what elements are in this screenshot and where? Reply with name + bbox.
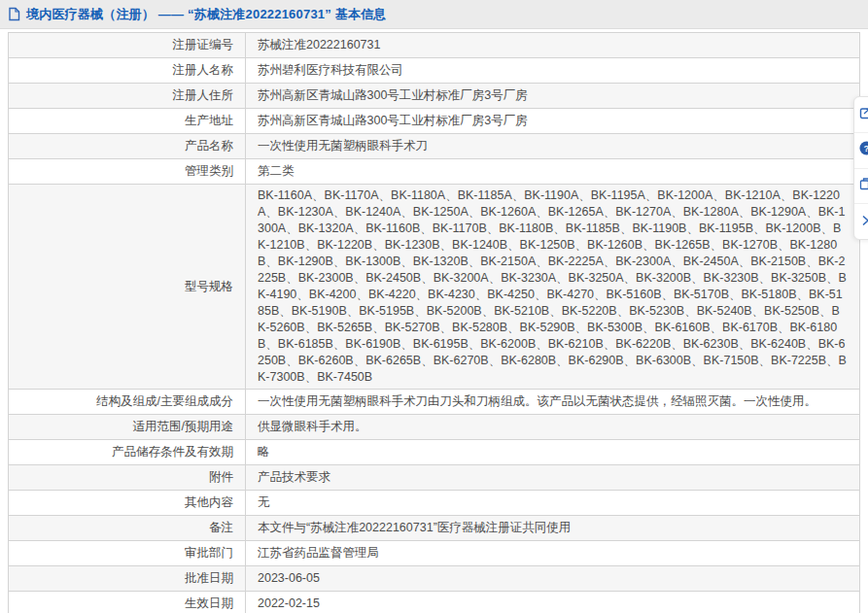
copy-button[interactable] (854, 169, 868, 205)
row-value: BK-1160A、BK-1170A、BK-1180A、BK-1185A、BK-1… (246, 185, 860, 390)
row-value: 2022-02-15 (246, 592, 860, 613)
page: 境内医疗器械（注册） —— “苏械注准20222160731” 基本信息 注册证… (0, 0, 868, 613)
row-value: 江苏省药品监督管理局 (246, 541, 860, 566)
row-value: 苏州高新区青城山路300号工业村标准厂房3号厂房 (246, 109, 860, 134)
row-label: 备注 (9, 516, 246, 541)
table-row: 结构及组成/主要组成成分 一次性使用无菌塑柄眼科手术刀由刀头和刀柄组成。该产品以… (9, 390, 860, 415)
help-circle-icon: ? (859, 141, 868, 159)
table-row: 适用范围/预期用途 供显微眼科手术用。 (9, 415, 860, 440)
table-row: 注册人名称 苏州碧利医疗科技有限公司 (9, 58, 860, 84)
table-row: 注册证编号 苏械注准20222160731 (9, 33, 860, 58)
row-value: 产品技术要求 (246, 465, 860, 491)
floating-side-panel: ? (853, 96, 868, 240)
table-row: 审批部门 江苏省药品监督管理局 (9, 541, 860, 566)
row-label: 管理类别 (9, 159, 246, 185)
help-button[interactable]: ? (854, 133, 868, 169)
row-label: 其他内容 (9, 491, 246, 516)
panel-collapse-button[interactable] (854, 204, 868, 239)
table-row: 其他内容 无 (9, 491, 860, 516)
row-value: 2023-06-05 (246, 566, 860, 592)
table-row: 附件 产品技术要求 (9, 465, 860, 491)
row-label: 产品名称 (9, 134, 246, 159)
table-row: 产品名称 一次性使用无菌塑柄眼科手术刀 (9, 134, 860, 159)
table-row: 备注 本文件与“苏械注准20222160731”医疗器械注册证共同使用 (9, 516, 860, 541)
row-value: 第二类 (246, 159, 860, 185)
row-label: 结构及组成/主要组成成分 (9, 390, 246, 415)
table-row: 生效日期 2022-02-15 (9, 592, 860, 613)
svg-text:?: ? (864, 143, 868, 153)
collapse-chevron-icon (859, 213, 868, 230)
table-row: 管理类别 第二类 (9, 159, 860, 185)
row-label: 生效日期 (9, 592, 246, 613)
row-value: 无 (246, 491, 860, 516)
share-window-button[interactable] (854, 97, 868, 133)
row-label: 适用范围/预期用途 (9, 415, 246, 440)
row-value: 供显微眼科手术用。 (246, 415, 860, 440)
row-label: 批准日期 (9, 566, 246, 592)
row-value: 略 (246, 440, 860, 465)
table-row: 注册人住所 苏州高新区青城山路300号工业村标准厂房3号厂房 (9, 84, 860, 109)
share-window-icon (859, 106, 868, 123)
row-label: 生产地址 (9, 109, 246, 134)
row-value: 苏州高新区青城山路300号工业村标准厂房3号厂房 (246, 84, 860, 109)
row-label: 审批部门 (9, 541, 246, 566)
row-label: 产品储存条件及有效期 (9, 440, 246, 465)
row-label: 型号规格 (9, 185, 246, 390)
row-value: 苏州碧利医疗科技有限公司 (246, 58, 860, 84)
row-value: 苏械注准20222160731 (246, 33, 860, 58)
table-row: 批准日期 2023-06-05 (9, 566, 860, 592)
document-icon (8, 7, 20, 21)
registration-info-table: 注册证编号 苏械注准20222160731 注册人名称 苏州碧利医疗科技有限公司… (8, 32, 860, 613)
page-title: 境内医疗器械（注册） —— “苏械注准20222160731” 基本信息 (26, 6, 387, 23)
page-header: 境内医疗器械（注册） —— “苏械注准20222160731” 基本信息 (0, 0, 868, 29)
row-label: 注册人名称 (9, 58, 246, 84)
row-label: 注册证编号 (9, 33, 246, 58)
row-value: 一次性使用无菌塑柄眼科手术刀 (246, 134, 860, 159)
row-label: 注册人住所 (9, 84, 246, 109)
row-value: 一次性使用无菌塑柄眼科手术刀由刀头和刀柄组成。该产品以无菌状态提供，经辐照灭菌。… (246, 390, 860, 415)
table-row: 产品储存条件及有效期 略 (9, 440, 860, 465)
table-row: 生产地址 苏州高新区青城山路300号工业村标准厂房3号厂房 (9, 109, 860, 134)
row-value: 本文件与“苏械注准20222160731”医疗器械注册证共同使用 (246, 516, 860, 541)
row-label: 附件 (9, 465, 246, 491)
copy-icon (859, 177, 868, 194)
table-row: 型号规格 BK-1160A、BK-1170A、BK-1180A、BK-1185A… (9, 185, 860, 390)
